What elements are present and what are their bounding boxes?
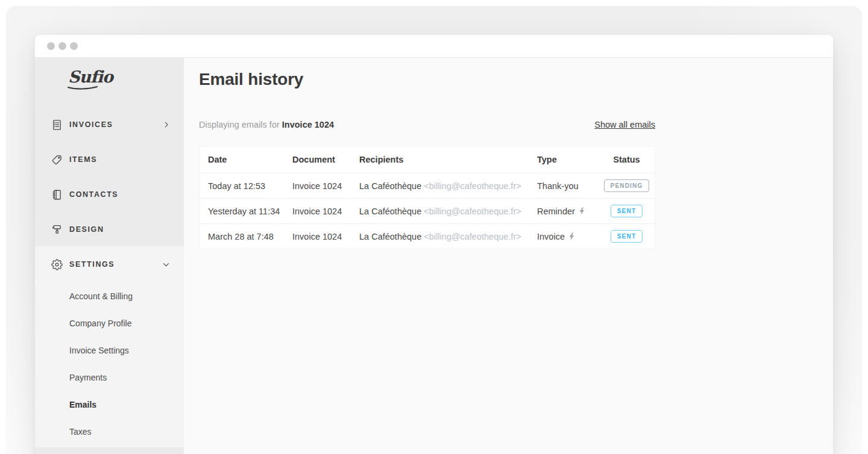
email-type: Reminder: [537, 207, 575, 216]
settings-item-payments[interactable]: Payments: [35, 364, 184, 391]
traffic-light-dot[interactable]: [47, 42, 55, 50]
settings-item-company-profile[interactable]: Company Profile: [35, 309, 184, 337]
sufio-logo[interactable]: Sufio: [68, 67, 113, 90]
sidebar-item-items[interactable]: ITEMS: [35, 142, 184, 177]
header-type: Type: [537, 155, 602, 164]
lightning-bolt-icon: [579, 207, 585, 215]
settings-sub-item-label: Invoice Settings: [69, 346, 129, 355]
main-content: Email history Displaying emails for Invo…: [184, 58, 833, 454]
design-icon: [51, 223, 63, 235]
settings-item-account-billing[interactable]: Account & Billing: [35, 282, 184, 309]
traffic-light-dot[interactable]: [58, 42, 66, 50]
cell-type: Thank-you: [537, 181, 602, 191]
recipient-email: <billing@cafeotheque.fr>: [424, 181, 521, 191]
recipient-email: <billing@cafeotheque.fr>: [424, 207, 521, 216]
sidebar-settings-section: SETTINGS Account & Billing Company Profi…: [35, 246, 184, 454]
settings-sub-item-label: Taxes: [69, 427, 92, 437]
lightning-bolt-icon: [569, 232, 574, 240]
sidebar-item-label: SETTINGS: [69, 260, 115, 269]
cell-document: Invoice 1024: [292, 232, 359, 241]
cell-date: March 28 at 7:48: [208, 232, 292, 241]
invoice-icon: [51, 119, 63, 131]
recipient-email: <billing@cafeotheque.fr>: [424, 232, 521, 241]
cell-type: Invoice: [537, 232, 602, 241]
cell-status: SENT: [602, 230, 655, 243]
status-badge: PENDING: [604, 179, 650, 192]
settings-item-emails[interactable]: Emails: [35, 391, 184, 418]
gear-icon: [51, 258, 63, 270]
header-date: Date: [208, 155, 292, 164]
cell-date: Today at 12:53: [208, 181, 292, 191]
tag-icon: [51, 154, 63, 166]
page-title: Email history: [199, 70, 303, 89]
sidebar-item-label: CONTACTS: [69, 190, 118, 199]
window-titlebar: [35, 35, 833, 58]
sidebar-footer-divider: [35, 447, 184, 454]
settings-sub-list: Account & Billing Company Profile Invoic…: [35, 282, 184, 445]
show-all-emails-link[interactable]: Show all emails: [594, 120, 655, 129]
cell-status: PENDING: [602, 179, 655, 192]
cell-status: SENT: [602, 205, 655, 217]
recipient-name: La Caféothèque: [359, 181, 424, 191]
recipient-name: La Caféothèque: [359, 207, 424, 216]
sidebar-item-design[interactable]: DESIGN: [35, 212, 184, 247]
table-row[interactable]: March 28 at 7:48 Invoice 1024 La Caféoth…: [200, 223, 655, 249]
sidebar: Sufio INVOICES ITEMS CONTACTS DESIGN: [35, 58, 184, 454]
cell-recipients: La Caféothèque <billing@cafeotheque.fr>: [359, 232, 537, 241]
cell-document: Invoice 1024: [292, 181, 359, 191]
chevron-right-icon: [162, 120, 171, 129]
settings-sub-item-label: Account & Billing: [69, 291, 133, 301]
app-window: Sufio INVOICES ITEMS CONTACTS DESIGN: [35, 35, 833, 454]
sidebar-item-invoices[interactable]: INVOICES: [35, 107, 184, 142]
sufio-logo-text: Sufio: [68, 67, 113, 86]
sidebar-item-label: ITEMS: [69, 155, 97, 164]
filter-text: Displaying emails for Invoice 1024: [199, 120, 334, 129]
header-recipients: Recipients: [359, 155, 537, 164]
cell-document: Invoice 1024: [292, 207, 359, 216]
filter-target: Invoice 1024: [282, 120, 334, 129]
sidebar-nav: INVOICES ITEMS CONTACTS DESIGN: [35, 107, 184, 247]
traffic-light-dot[interactable]: [70, 42, 78, 50]
contacts-icon: [51, 188, 63, 201]
email-history-table: Date Document Recipients Type Status Tod…: [199, 146, 655, 249]
cell-date: Yesterday at 11:34: [208, 207, 292, 216]
cell-type: Reminder: [537, 207, 602, 216]
recipient-name: La Caféothèque: [359, 232, 424, 241]
status-badge: SENT: [611, 205, 643, 217]
sidebar-item-contacts[interactable]: CONTACTS: [35, 177, 184, 212]
table-row[interactable]: Yesterday at 11:34 Invoice 1024 La Caféo…: [200, 198, 655, 223]
table-body: Today at 12:53 Invoice 1024 La Caféothèq…: [200, 173, 655, 249]
chevron-down-icon: [162, 260, 171, 269]
table-row[interactable]: Today at 12:53 Invoice 1024 La Caféothèq…: [200, 173, 655, 198]
header-document: Document: [292, 155, 359, 164]
settings-sub-item-label: Emails: [69, 400, 96, 409]
table-header-row: Date Document Recipients Type Status: [200, 146, 655, 173]
settings-sub-item-label: Company Profile: [69, 319, 132, 328]
sidebar-item-settings[interactable]: SETTINGS: [35, 246, 184, 282]
cell-recipients: La Caféothèque <billing@cafeotheque.fr>: [359, 181, 537, 191]
email-type: Invoice: [537, 232, 565, 241]
settings-item-invoice-settings[interactable]: Invoice Settings: [35, 337, 184, 364]
settings-sub-item-label: Payments: [69, 373, 107, 382]
sidebar-item-label: INVOICES: [69, 120, 113, 129]
cell-recipients: La Caféothèque <billing@cafeotheque.fr>: [359, 207, 537, 216]
email-type: Thank-you: [537, 181, 579, 191]
header-status: Status: [602, 155, 655, 164]
sidebar-primary-section: Sufio INVOICES ITEMS CONTACTS DESIGN: [35, 58, 184, 246]
settings-item-taxes[interactable]: Taxes: [35, 418, 184, 445]
sidebar-item-label: DESIGN: [69, 225, 104, 234]
status-badge: SENT: [611, 230, 643, 243]
